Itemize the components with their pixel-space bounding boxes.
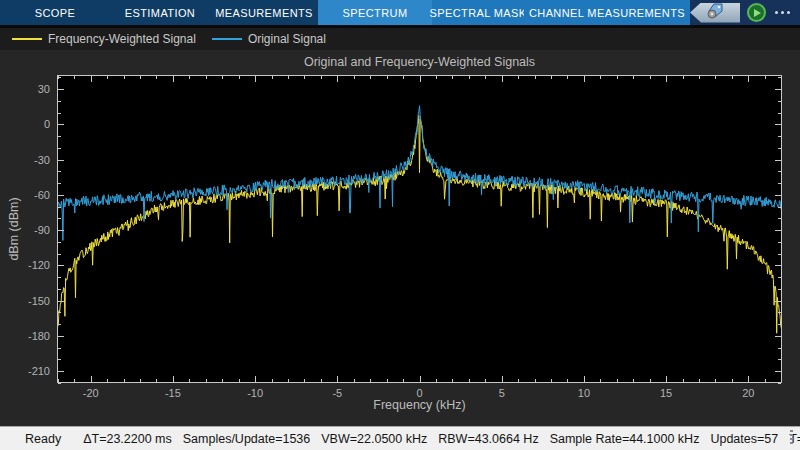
- metric-delta-t: ΔT=23.2200 ms: [83, 432, 172, 446]
- svg-text:-180: -180: [28, 330, 50, 342]
- status-metrics: ΔT=23.2200 ms Samples/Update=1536 VBW=22…: [83, 432, 800, 446]
- status-text: Ready: [25, 432, 61, 446]
- x-axis-label: Frequency (kHz): [57, 398, 782, 412]
- svg-text:0: 0: [44, 118, 50, 130]
- metric-updates: Updates=57: [710, 432, 778, 446]
- svg-text:-30: -30: [34, 154, 50, 166]
- metric-sample-rate: Sample Rate=44.1000 kHz: [550, 432, 700, 446]
- svg-text:-60: -60: [34, 189, 50, 201]
- svg-text:-210: -210: [28, 365, 50, 377]
- metric-rbw: RBW=43.0664 Hz: [438, 432, 538, 446]
- svg-text:30: 30: [38, 83, 50, 95]
- metric-vbw: VBW=22.0500 kHz: [321, 432, 427, 446]
- svg-text:-120: -120: [28, 259, 50, 271]
- svg-text:-150: -150: [28, 295, 50, 307]
- y-axis-label: dBm (dBm): [7, 197, 21, 260]
- status-bar: Ready ΔT=23.2200 ms Samples/Update=1536 …: [0, 426, 800, 450]
- spectrum-chart[interactable]: -20-15-10-505101520300-30-60-90-120-150-…: [0, 0, 800, 450]
- svg-text:-90: -90: [34, 224, 50, 236]
- metric-samples-update: Samples/Update=1536: [183, 432, 311, 446]
- resize-grip-icon[interactable]: [790, 430, 793, 445]
